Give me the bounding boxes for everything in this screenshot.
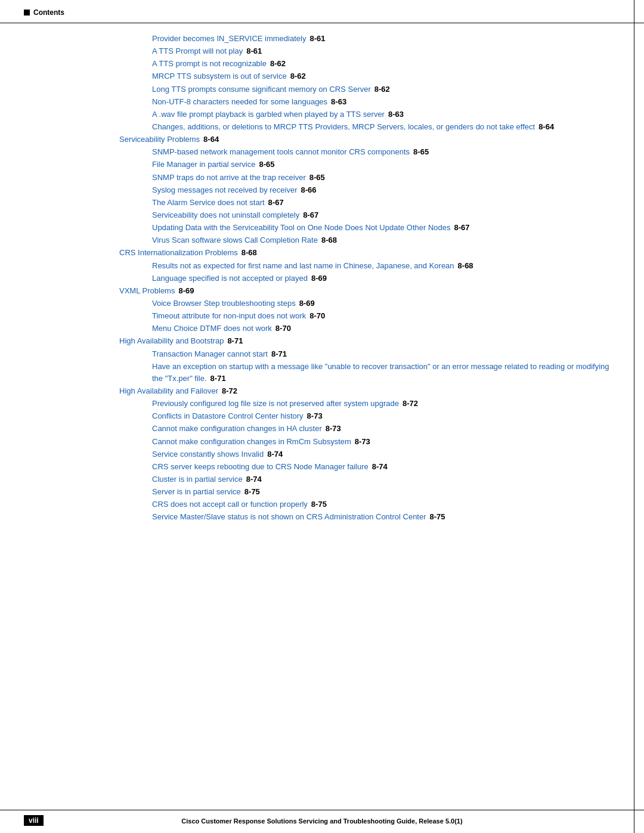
toc-page: 8-65 (309, 173, 325, 182)
toc-page: 8-67 (268, 198, 284, 207)
toc-item: Language specified is not accepted or pl… (119, 272, 620, 284)
toc-link[interactable]: Transaction Manager cannot start (152, 349, 268, 358)
toc-page: 8-65 (259, 160, 274, 169)
toc-link[interactable]: Previously configured log file size is n… (152, 399, 399, 408)
toc-item: A TTS prompt is not recognizable8-62 (119, 58, 620, 70)
toc-item: The Alarm Service does not start8-67 (119, 197, 620, 209)
toc-link[interactable]: A TTS prompt is not recognizable (152, 59, 267, 68)
toc-page: 8-68 (458, 261, 473, 270)
toc-item: Cluster is in partial service8-74 (119, 473, 620, 485)
toc-link[interactable]: Non-UTF-8 characters needed for some lan… (152, 97, 327, 106)
page-container: Contents viii Cisco Customer Response So… (0, 0, 644, 833)
toc-link[interactable]: Server is in partial service (152, 487, 241, 496)
toc-page: 8-61 (309, 34, 325, 43)
toc-item: Changes, additions, or deletions to MRCP… (119, 121, 620, 133)
toc-page: 8-74 (372, 462, 388, 471)
toc-page: 8-73 (326, 424, 341, 433)
toc-item: Serviceability Problems8-64 (119, 134, 620, 145)
toc-link[interactable]: High Availability and Failover (119, 386, 218, 395)
toc-page: 8-62 (290, 72, 306, 80)
toc-page: 8-63 (331, 97, 346, 106)
toc-link[interactable]: Conflicts in Datastore Control Center hi… (152, 411, 304, 420)
header: Contents (24, 8, 64, 17)
toc-page: 8-69 (299, 299, 315, 308)
toc-item: CRS does not accept call or function pro… (119, 498, 620, 510)
toc-link[interactable]: Cannot make configuration changes in RmC… (152, 437, 351, 446)
toc-link[interactable]: Long TTS prompts consume significant mem… (152, 85, 371, 94)
toc-item: Menu Choice DTMF does not work8-70 (119, 323, 620, 335)
toc-link[interactable]: CRS server keeps rebooting due to CRS No… (152, 462, 369, 471)
toc-link[interactable]: SNMP-based network management tools cann… (152, 147, 410, 156)
toc-page: 8-65 (413, 147, 429, 156)
toc-item: Results not as expected for first name a… (119, 260, 620, 272)
header-label: Contents (33, 8, 64, 17)
toc-link[interactable]: The Alarm Service does not start (152, 198, 265, 207)
toc-link[interactable]: High Availability and Bootstrap (119, 336, 224, 345)
toc-link[interactable]: Menu Choice DTMF does not work (152, 324, 272, 333)
toc-link[interactable]: Timeout attribute for non-input does not… (152, 311, 306, 320)
toc-item: Non-UTF-8 characters needed for some lan… (119, 96, 620, 108)
top-border (0, 23, 644, 23)
toc-link[interactable]: CRS Internationalization Problems (119, 248, 238, 257)
header-square (24, 10, 30, 16)
toc-item: CRS server keeps rebooting due to CRS No… (119, 461, 620, 473)
toc-link[interactable]: Voice Browser Step troubleshooting steps (152, 299, 296, 308)
toc-item: VXML Problems8-69 (119, 285, 620, 297)
toc-item: SNMP-based network management tools cann… (119, 146, 620, 158)
toc-content: Provider becomes IN_SERVICE immediately8… (119, 33, 620, 797)
toc-item: File Manager in partial service8-65 (119, 159, 620, 171)
footer-page: viii (24, 815, 44, 826)
toc-page: 8-64 (203, 135, 219, 144)
toc-item: CRS Internationalization Problems8-68 (119, 247, 620, 259)
toc-link[interactable]: Language specified is not accepted or pl… (152, 274, 308, 283)
toc-page: 8-73 (355, 437, 370, 446)
toc-link[interactable]: SNMP traps do not arrive at the trap rec… (152, 173, 306, 182)
toc-page: 8-62 (374, 85, 390, 94)
toc-item: Conflicts in Datastore Control Center hi… (119, 410, 620, 422)
toc-page: 8-68 (242, 248, 257, 257)
toc-item: Serviceability does not uninstall comple… (119, 209, 620, 221)
toc-item: Timeout attribute for non-input does not… (119, 310, 620, 322)
toc-page: 8-69 (311, 274, 327, 283)
toc-page: 8-72 (402, 399, 418, 408)
toc-link[interactable]: Results not as expected for first name a… (152, 261, 454, 270)
toc-item: Service Master/Slave status is not shown… (119, 511, 620, 523)
toc-link[interactable]: A TTS Prompt will not play (152, 47, 243, 55)
footer-title: Cisco Customer Response Solutions Servic… (181, 817, 462, 825)
toc-link[interactable]: Serviceability does not uninstall comple… (152, 210, 299, 219)
toc-page: 8-69 (178, 286, 194, 295)
toc-link[interactable]: Serviceability Problems (119, 135, 200, 144)
toc-link[interactable]: Changes, additions, or deletions to MRCP… (152, 122, 535, 131)
toc-page: 8-71 (271, 349, 287, 358)
toc-link[interactable]: CRS does not accept call or function pro… (152, 500, 308, 509)
toc-item: MRCP TTS subsystem is out of service8-62 (119, 70, 620, 82)
toc-item: Long TTS prompts consume significant mem… (119, 83, 620, 95)
toc-link[interactable]: VXML Problems (119, 286, 175, 295)
toc-link[interactable]: File Manager in partial service (152, 160, 255, 169)
toc-item: Cannot make configuration changes in RmC… (119, 436, 620, 448)
toc-item: A TTS Prompt will not play8-61 (119, 45, 620, 57)
toc-page: 8-72 (222, 386, 237, 395)
toc-item: Server is in partial service8-75 (119, 486, 620, 498)
toc-link[interactable]: Syslog messages not received by receiver (152, 185, 298, 194)
toc-link[interactable]: Provider becomes IN_SERVICE immediately (152, 34, 306, 43)
toc-page: 8-68 (321, 236, 337, 244)
toc-page: 8-74 (267, 450, 283, 459)
toc-link[interactable]: Updating Data with the Serviceability To… (152, 223, 451, 232)
toc-link[interactable]: Cannot make configuration changes in HA … (152, 424, 322, 433)
bottom-border (0, 810, 644, 810)
toc-item: Provider becomes IN_SERVICE immediately8… (119, 33, 620, 45)
toc-link[interactable]: MRCP TTS subsystem is out of service (152, 72, 287, 80)
toc-link[interactable]: Cluster is in partial service (152, 475, 243, 484)
toc-link[interactable]: Service constantly shows Invalid (152, 450, 264, 459)
toc-item: Previously configured log file size is n… (119, 398, 620, 410)
toc-page: 8-75 (430, 512, 445, 521)
toc-link[interactable]: A .wav file prompt playback is garbled w… (152, 110, 385, 119)
toc-page: 8-75 (311, 500, 327, 509)
toc-page: 8-71 (227, 336, 243, 345)
footer: viii Cisco Customer Response Solutions S… (0, 817, 644, 825)
toc-item: Syslog messages not received by receiver… (119, 184, 620, 196)
toc-link[interactable]: Service Master/Slave status is not shown… (152, 512, 426, 521)
toc-page: 8-67 (454, 223, 470, 232)
toc-link[interactable]: Virus Scan software slows Call Completio… (152, 236, 318, 244)
